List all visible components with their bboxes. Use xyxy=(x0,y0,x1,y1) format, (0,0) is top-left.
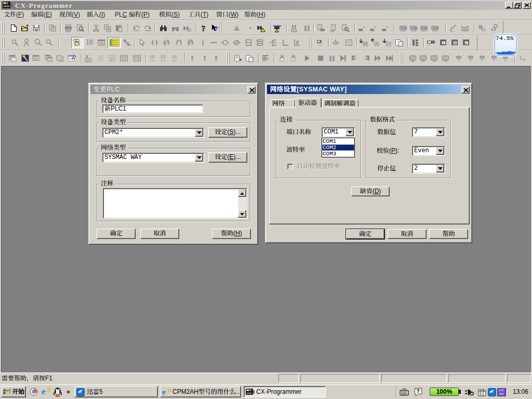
svg-text:10: 10 xyxy=(160,54,165,60)
svg-text:16: 16 xyxy=(171,54,177,60)
svg-text:e: e xyxy=(162,388,166,396)
svg-text:10: 10 xyxy=(149,54,154,60)
svg-text:w: w xyxy=(75,39,77,42)
svg-text:e: e xyxy=(42,387,46,396)
svg-text:?: ? xyxy=(417,389,420,394)
svg-text:?: ? xyxy=(202,24,206,33)
svg-text:?: ? xyxy=(215,24,218,32)
svg-text:B: B xyxy=(176,27,179,32)
svg-text:Z: Z xyxy=(443,42,445,45)
